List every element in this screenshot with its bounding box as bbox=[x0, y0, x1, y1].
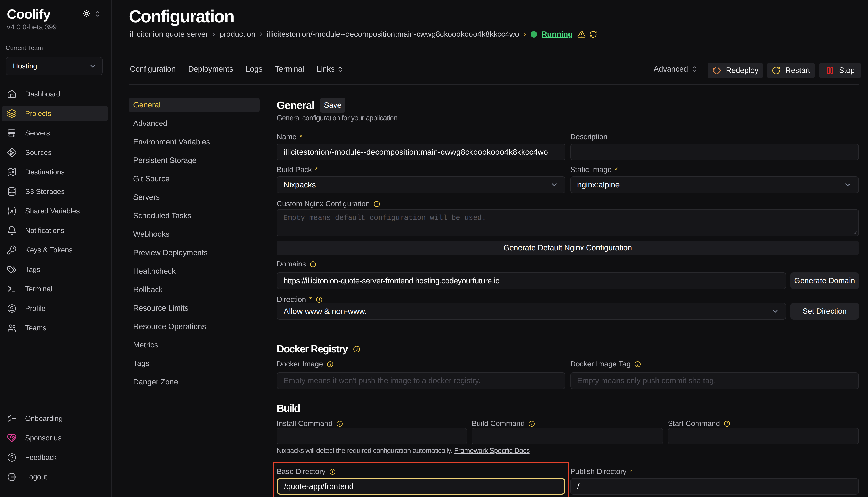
svg-text:i: i bbox=[637, 362, 638, 367]
svg-text:i: i bbox=[330, 362, 331, 367]
svg-text:i: i bbox=[339, 422, 340, 426]
svg-text:i: i bbox=[727, 422, 728, 426]
svg-text:i: i bbox=[356, 347, 358, 352]
svg-text:i: i bbox=[531, 422, 533, 426]
svg-text:i: i bbox=[376, 202, 377, 207]
svg-text:i: i bbox=[318, 297, 320, 302]
svg-text:i: i bbox=[313, 262, 314, 267]
